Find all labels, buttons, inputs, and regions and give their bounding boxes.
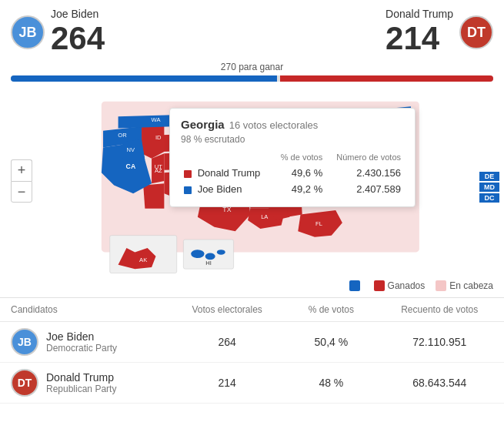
candidate-party-0: Democratic Party xyxy=(46,343,117,354)
legend-leading: En cabeza xyxy=(436,280,493,291)
legend-pink-leading-icon xyxy=(436,280,446,291)
progress-bar xyxy=(11,75,493,82)
tooltip-table: % de votos Número de votos Donald Trump … xyxy=(181,151,404,197)
results-table: Candidatos Votos electorales % de votos … xyxy=(0,297,504,404)
table-row: JB Joe Biden Democratic Party 264 50,4 %… xyxy=(0,322,504,363)
washington-state[interactable] xyxy=(118,115,173,128)
biden-avatar: JB xyxy=(11,15,45,49)
trump-dot-icon xyxy=(184,170,192,178)
tooltip-col-candidate xyxy=(181,151,272,165)
candidate-info-1: Donald Trump Republican Party xyxy=(46,371,116,394)
legend-won-label: Ganados xyxy=(388,280,426,291)
tooltip-biden-row: Joe Biden 49,2 % 2.407.589 xyxy=(181,181,404,197)
legend-blue-won-icon xyxy=(349,280,360,291)
legend-leading-label: En cabeza xyxy=(449,280,493,291)
zoom-controls: + − xyxy=(11,159,32,203)
svg-text:OR: OR xyxy=(118,132,127,139)
col-pct: % de votos xyxy=(287,298,375,322)
svg-text:NV: NV xyxy=(127,146,135,153)
tooltip-col-num: Número de votos xyxy=(325,151,404,165)
pct-votes-0: 50,4 % xyxy=(287,322,375,363)
biden-bar xyxy=(11,75,277,82)
tooltip-biden-pct: 49,2 % xyxy=(272,181,325,197)
svg-text:AK: AK xyxy=(139,256,147,263)
svg-point-50 xyxy=(217,250,225,255)
col-electoral: Votos electorales xyxy=(167,298,287,322)
legend: Ganados En cabeza xyxy=(0,277,504,297)
svg-text:LA: LA xyxy=(261,213,269,220)
tooltip-electoral-votes: 16 votos electorales xyxy=(229,119,319,131)
trump-name: Donald Trump xyxy=(386,8,453,20)
trump-header-info: Donald Trump 214 xyxy=(386,8,453,57)
table-row: DT Donald Trump Republican Party 214 48 … xyxy=(0,363,504,404)
tooltip-header: Georgia 16 votos electorales xyxy=(181,118,404,134)
trump-bar xyxy=(280,75,493,82)
biden-name: Joe Biden xyxy=(51,8,105,20)
header: JB Joe Biden 264 DT Donald Trump 214 xyxy=(0,0,504,62)
dc-label: DC xyxy=(479,193,499,203)
progress-container: 270 para ganar xyxy=(0,62,504,82)
svg-text:WA: WA xyxy=(152,116,162,123)
tooltip-state-name: Georgia xyxy=(181,118,225,131)
tooltip-biden-votes: 2.407.589 xyxy=(325,181,404,197)
zoom-in-button[interactable]: + xyxy=(11,159,32,181)
svg-text:ID: ID xyxy=(155,134,162,141)
candidate-cell-0: JB Joe Biden Democratic Party xyxy=(0,322,167,363)
svg-point-48 xyxy=(191,250,204,258)
table-header-row: Candidatos Votos electorales % de votos … xyxy=(0,298,504,322)
candidate-name-1: Donald Trump xyxy=(46,371,116,384)
small-states-panel: DE MD DC xyxy=(479,172,499,203)
tooltip-scrutiny: 98 % escrutado xyxy=(181,134,404,145)
legend-trump-won: Ganados xyxy=(374,280,426,291)
electoral-votes-0: 264 xyxy=(167,322,287,363)
tooltip-trump-name: Donald Trump xyxy=(181,165,272,181)
electoral-votes-1: 214 xyxy=(167,363,287,404)
candidate-name-0: Joe Biden xyxy=(46,330,117,343)
biden-header-info: Joe Biden 264 xyxy=(51,8,105,57)
candidate-info-0: Joe Biden Democratic Party xyxy=(46,330,117,354)
state-tooltip: Georgia 16 votos electorales 98 % escrut… xyxy=(169,108,416,207)
legend-red-won-icon xyxy=(374,280,385,291)
arizona-state[interactable] xyxy=(143,183,164,209)
biden-header: JB Joe Biden 264 xyxy=(11,8,105,57)
tooltip-biden-name: Joe Biden xyxy=(181,181,272,197)
tooltip-trump-votes: 2.430.156 xyxy=(325,165,404,181)
svg-text:UT: UT xyxy=(155,163,162,170)
tooltip-col-pct: % de votos xyxy=(272,151,325,165)
biden-dot-icon xyxy=(184,186,192,194)
maryland-label: MD xyxy=(479,183,499,192)
trump-header: DT Donald Trump 214 xyxy=(386,8,493,57)
biden-electoral-votes: 264 xyxy=(51,20,105,57)
legend-biden-won xyxy=(349,280,363,291)
zoom-out-button[interactable]: − xyxy=(11,181,32,203)
candidate-party-1: Republican Party xyxy=(46,384,116,394)
svg-text:HI: HI xyxy=(205,260,212,266)
pct-votes-1: 48 % xyxy=(287,363,375,404)
tooltip-trump-pct: 49,6 % xyxy=(272,165,325,181)
recount-votes-0: 72.110.951 xyxy=(375,322,504,363)
candidate-avatar-1: DT xyxy=(11,369,38,397)
candidate-avatar-0: JB xyxy=(11,328,38,356)
col-recount: Recuento de votos xyxy=(375,298,504,322)
recount-votes-1: 68.643.544 xyxy=(375,363,504,404)
trump-avatar: DT xyxy=(459,15,493,49)
map-area: GA CA OR WA xyxy=(0,85,504,277)
tooltip-trump-row: Donald Trump 49,6 % 2.430.156 xyxy=(181,165,404,181)
col-candidates: Candidatos xyxy=(0,298,167,322)
svg-text:CA: CA xyxy=(126,163,136,170)
trump-electoral-votes: 214 xyxy=(386,20,453,57)
progress-label: 270 para ganar xyxy=(11,62,493,72)
svg-text:FL: FL xyxy=(315,220,322,227)
delaware-label: DE xyxy=(479,172,499,181)
candidate-cell-1: DT Donald Trump Republican Party xyxy=(0,363,167,404)
